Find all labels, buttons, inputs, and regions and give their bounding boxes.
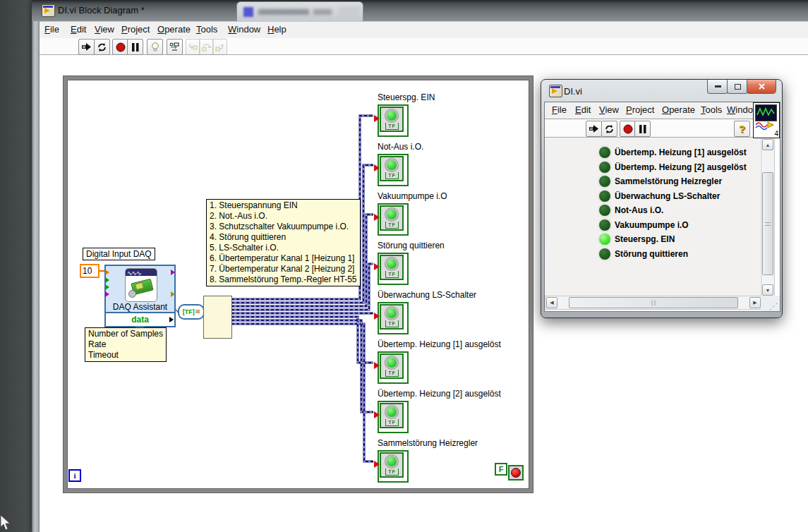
channel-comment-label[interactable]: 1. Steuerspannung EIN 2. Not.-Aus i.O. 3… (206, 199, 361, 286)
close-icon (759, 83, 765, 90)
indicator-label[interactable]: Überwachung LS-Schalter (378, 290, 476, 300)
boolean-indicator-terminal[interactable]: TF (378, 351, 409, 384)
mouse-cursor (0, 514, 11, 531)
output-terminal-icon (171, 270, 175, 275)
abort-icon (623, 124, 633, 134)
menu-operate[interactable]: Operate (662, 104, 695, 115)
menu-tools[interactable]: Tools (701, 104, 722, 115)
maximize-button[interactable] (727, 80, 748, 94)
front-panel-content: File Edit View Project Operate Tools Win… (544, 102, 780, 312)
abort-button[interactable] (620, 121, 636, 137)
led-icon (599, 147, 610, 158)
indicator-label[interactable]: Übertemp. Heizung [1] ausgelöst (378, 339, 501, 349)
wire-input-arrow-icon (374, 461, 380, 468)
boolean-indicator-terminal[interactable]: TF (378, 302, 409, 334)
menu-bar: File Edit View Project Operate Tools Win… (545, 102, 780, 119)
help-label: ? (739, 123, 745, 135)
input-terminal-icon (105, 284, 109, 290)
indicator-label[interactable]: Sammelstörung Heizregler (378, 438, 478, 448)
wire-input-arrow-icon (374, 313, 380, 320)
vi-icon-wires (755, 121, 778, 131)
vi-icon-badge: 4 (774, 130, 778, 138)
led-icon (387, 259, 397, 269)
scroll-right-arrow-icon[interactable]: ▶ (749, 297, 761, 308)
led-icon (599, 234, 610, 245)
stop-icon (511, 468, 521, 478)
minimize-button[interactable] (707, 80, 728, 94)
led-icon (387, 457, 397, 466)
array-glyph-icon: ⊠ (195, 309, 200, 315)
led-icon (599, 205, 610, 216)
boolean-indicator-terminal[interactable]: TF (378, 154, 409, 186)
data-output-row[interactable]: data (104, 312, 176, 327)
run-icon (589, 124, 599, 133)
menu-project[interactable]: Project (626, 104, 654, 115)
to-boolean-array-node[interactable]: [TF] ⊠ (178, 304, 205, 320)
menu-view[interactable]: View (599, 104, 619, 115)
led-icon (599, 219, 610, 231)
daq-free-label[interactable]: Digital Input DAQ (83, 248, 155, 260)
indicator-label[interactable]: Vakuumpumpe i.O (378, 191, 447, 201)
scroll-down-arrow-icon[interactable]: ▼ (762, 284, 773, 296)
vi-icon-waveform (755, 104, 777, 121)
boolean-indicator-terminal[interactable]: TF (378, 203, 409, 236)
boolean-indicator-terminal[interactable]: TF (378, 253, 409, 285)
numeric-constant[interactable]: 10 (80, 264, 100, 278)
panel-area: Übertemp. Heizung [1] ausgelöst Übertemp… (545, 138, 760, 296)
toolbar: ? (545, 119, 780, 138)
indicator-label[interactable]: Übertemp. Heizung [2] ausgelöst (378, 389, 501, 399)
scroll-up-arrow-icon[interactable]: ▲ (762, 139, 773, 150)
data-output-arrow-icon (169, 317, 174, 322)
loop-iteration-terminal[interactable]: i (68, 469, 81, 482)
maximize-icon (735, 84, 741, 90)
run-button[interactable] (586, 121, 602, 137)
window-title: DI.vi (564, 86, 582, 97)
pause-button[interactable] (634, 121, 651, 137)
loop-condition-terminal[interactable] (508, 465, 524, 480)
scroll-left-arrow-icon[interactable]: ◀ (546, 297, 557, 308)
menu-file[interactable]: File (552, 104, 567, 115)
boolean-indicator-terminal[interactable]: TF (378, 104, 409, 137)
led-icon (599, 191, 610, 202)
false-constant[interactable]: F (495, 463, 507, 476)
screen: { "colors":{"wire_navy":"#16167d","accen… (0, 0, 808, 532)
data-output-label: data (106, 313, 174, 326)
minimize-icon (715, 85, 721, 87)
vi-icon-tile[interactable]: 4 (753, 102, 780, 138)
vertical-scroll-thumb[interactable] (762, 172, 773, 275)
input-terminal-icon (105, 270, 109, 275)
front-panel-window[interactable]: DI.vi File Edit View Project Operate Too… (541, 79, 783, 318)
run-continuously-button[interactable] (601, 121, 617, 137)
horizontal-scroll-thumb[interactable] (569, 297, 738, 308)
boolean-indicator-terminal[interactable]: TF (378, 401, 409, 433)
wire-input-arrow-icon (374, 164, 380, 171)
labview-vi-icon (549, 85, 562, 97)
indicator-label[interactable]: Steuerspg. EIN (378, 92, 435, 102)
wire-input-arrow-icon (374, 214, 380, 221)
led-icon (387, 407, 397, 417)
desktop-background (0, 0, 32, 532)
wire-input-arrow-icon (374, 115, 380, 122)
input-terminal-icon (105, 291, 109, 297)
wire-input-arrow-icon (374, 362, 380, 369)
indicator-label[interactable]: Störung quittieren (378, 241, 445, 250)
array-fanout-node[interactable] (203, 296, 232, 339)
resize-grip[interactable] (761, 296, 780, 311)
vertical-scrollbar[interactable]: ▲ ▼ (761, 138, 775, 297)
led-icon (387, 111, 397, 121)
close-button[interactable] (747, 80, 776, 94)
led-icon (599, 162, 610, 173)
led-icon (387, 160, 397, 170)
menu-edit[interactable]: Edit (575, 104, 591, 115)
led-icon (387, 210, 397, 219)
input-terminal-icon (105, 277, 109, 283)
boolean-indicator-terminal[interactable]: TF (378, 450, 409, 483)
horizontal-scrollbar[interactable]: ◀ ▶ (545, 296, 762, 310)
daq-assistant-icon: ∿∿∿ (125, 268, 157, 302)
wire-input-arrow-icon (374, 263, 380, 270)
daq-config-label[interactable]: Number of Samples Rate Timeout (85, 327, 167, 362)
run-continuously-icon (604, 124, 615, 134)
daq-assistant-node[interactable]: ∿∿∿ DAQ Assistant data (104, 265, 176, 326)
indicator-label[interactable]: Not-Aus i.O. (378, 142, 423, 152)
help-button[interactable]: ? (734, 121, 750, 137)
